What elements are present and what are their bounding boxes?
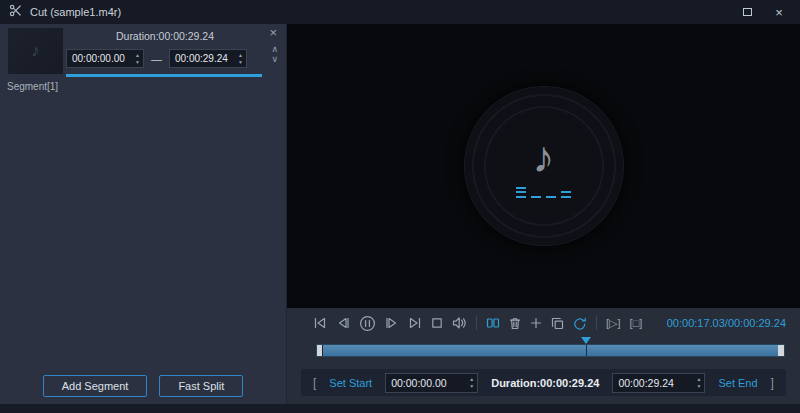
volume-button[interactable] — [452, 317, 467, 329]
audio-disc: ♪ — [465, 87, 623, 245]
segment-end-spinner: ▲ ▼ — [235, 50, 246, 67]
duration-label: Duration:00:00:29.24 — [491, 377, 599, 389]
trim-end-handle[interactable] — [778, 345, 784, 356]
skip-start-button[interactable] — [313, 317, 327, 329]
segment-actions: Add Segment Fast Split — [0, 375, 286, 397]
timeline-row — [287, 338, 800, 362]
play-section-button[interactable]: [▷] — [606, 317, 621, 330]
stop-section-button[interactable]: [□] — [630, 317, 643, 329]
segment-end-spinbox[interactable]: ▲ ▼ — [169, 49, 247, 68]
segment-duration-label: Duration:00:00:29.24 — [66, 30, 264, 42]
segment-label: Segment[1] — [7, 81, 58, 92]
end-time-spinner: ▲ ▼ — [693, 374, 704, 392]
equalizer-bars-icon — [516, 185, 571, 198]
segment-start-spinbox[interactable]: ▲ ▼ — [66, 49, 144, 68]
skip-end-button[interactable] — [408, 317, 422, 329]
maximize-icon — [743, 8, 752, 16]
trim-start-handle[interactable] — [317, 345, 323, 356]
spin-up-icon[interactable]: ▲ — [238, 53, 243, 58]
titlebar: Cut (sample1.m4r) × — [0, 0, 800, 24]
toolbar-divider — [596, 316, 597, 330]
segment-end-input[interactable] — [170, 50, 235, 67]
fast-split-button[interactable]: Fast Split — [159, 375, 243, 397]
time-display: 00:00:17.03/00:00:29.24 — [667, 317, 786, 329]
timeline[interactable] — [316, 344, 785, 357]
close-button[interactable]: × — [767, 0, 791, 24]
step-forward-button[interactable] — [385, 317, 399, 329]
video-preview: ♪ — [287, 24, 800, 308]
set-start-end-bar: [ Set Start ▲ ▼ Duration:00:00:29.24 ▲ ▼ — [301, 369, 786, 396]
end-time-input[interactable] — [613, 374, 693, 392]
start-time-spinner: ▲ ▼ — [466, 374, 477, 392]
spin-down-icon[interactable]: ▼ — [135, 60, 140, 65]
scissors-icon — [9, 3, 22, 21]
range-dash: — — [151, 53, 162, 65]
dialog-body: ♪ Duration:00:00:29.24 × ∧ ∨ ▲ ▼ — — [0, 24, 800, 413]
segment-start-spinner: ▲ ▼ — [132, 50, 143, 67]
music-note-icon: ♪ — [533, 132, 555, 182]
add-button[interactable] — [530, 317, 542, 329]
step-back-button[interactable] — [336, 317, 350, 329]
cut-dialog: Cut (sample1.m4r) × ♪ Duration:00:00:29.… — [0, 0, 800, 413]
reset-button[interactable] — [573, 317, 587, 330]
pause-button[interactable] — [359, 315, 376, 332]
split-button[interactable] — [486, 317, 500, 329]
spin-up-icon[interactable]: ▲ — [135, 53, 140, 58]
move-segment-up-button[interactable]: ∧ — [271, 45, 278, 53]
move-segment-down-button[interactable]: ∨ — [271, 55, 278, 63]
player-panel: ♪ — [287, 24, 800, 413]
spin-down-icon[interactable]: ▼ — [696, 384, 701, 389]
start-time-spinbox[interactable]: ▲ ▼ — [385, 373, 478, 393]
window-title: Cut (sample1.m4r) — [30, 6, 121, 18]
stop-button[interactable] — [431, 317, 443, 329]
add-segment-button[interactable]: Add Segment — [43, 375, 148, 397]
spin-up-icon[interactable]: ▲ — [696, 377, 701, 382]
toolbar-divider — [476, 316, 477, 330]
right-bracket: ] — [771, 376, 774, 390]
end-time-spinbox[interactable]: ▲ ▼ — [612, 373, 705, 393]
spin-up-icon[interactable]: ▲ — [469, 377, 474, 382]
playhead[interactable] — [581, 337, 591, 349]
spin-down-icon[interactable]: ▼ — [469, 384, 474, 389]
set-start-button[interactable]: Set Start — [329, 377, 372, 389]
set-end-button[interactable]: Set End — [718, 377, 757, 389]
spin-down-icon[interactable]: ▼ — [238, 60, 243, 65]
thumbnail-note-icon: ♪ — [31, 41, 40, 61]
start-time-input[interactable] — [386, 374, 466, 392]
segments-panel: ♪ Duration:00:00:29.24 × ∧ ∨ ▲ ▼ — — [0, 24, 287, 413]
maximize-button[interactable] — [735, 0, 759, 24]
left-bracket: [ — [313, 376, 316, 390]
segment-thumbnail[interactable]: ♪ — [8, 28, 63, 74]
remove-segment-button[interactable]: × — [269, 26, 277, 39]
segment-start-input[interactable] — [67, 50, 132, 67]
segment-reorder-arrows: ∧ ∨ — [271, 45, 278, 63]
window-bottom-edge — [0, 404, 800, 413]
playback-toolbar: [▷] [□] 00:00:17.03/00:00:29.24 — [287, 308, 800, 338]
segment-time-range: ▲ ▼ — ▲ ▼ — [66, 49, 247, 68]
copy-button[interactable] — [551, 317, 564, 330]
delete-segment-button[interactable] — [509, 317, 521, 330]
segment-progress-bar — [66, 74, 262, 77]
